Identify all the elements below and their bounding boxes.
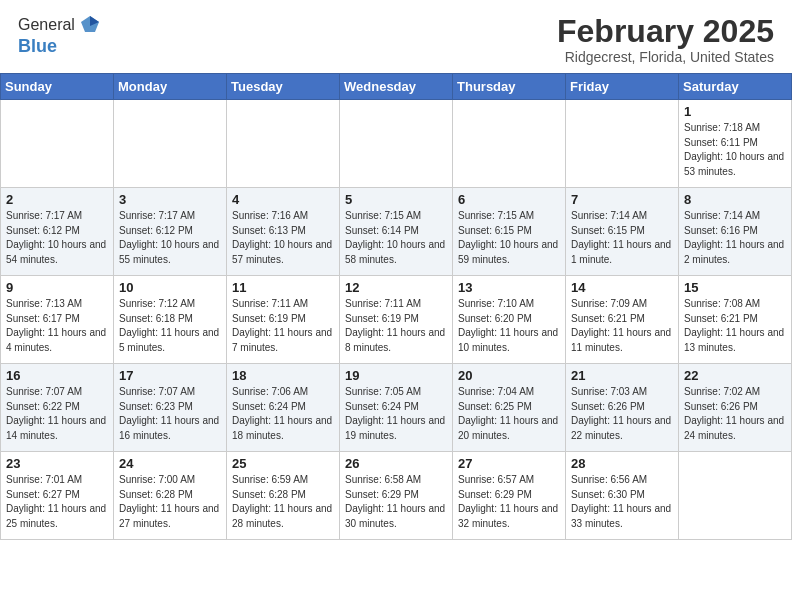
calendar-cell: 26Sunrise: 6:58 AM Sunset: 6:29 PM Dayli…: [340, 452, 453, 540]
day-number: 8: [684, 192, 786, 207]
day-info: Sunrise: 7:07 AM Sunset: 6:23 PM Dayligh…: [119, 385, 221, 443]
calendar-cell: 1Sunrise: 7:18 AM Sunset: 6:11 PM Daylig…: [679, 100, 792, 188]
day-number: 19: [345, 368, 447, 383]
day-info: Sunrise: 7:01 AM Sunset: 6:27 PM Dayligh…: [6, 473, 108, 531]
title-block: February 2025 Ridgecrest, Florida, Unite…: [557, 14, 774, 65]
day-info: Sunrise: 6:56 AM Sunset: 6:30 PM Dayligh…: [571, 473, 673, 531]
day-info: Sunrise: 7:11 AM Sunset: 6:19 PM Dayligh…: [232, 297, 334, 355]
month-title: February 2025: [557, 14, 774, 49]
day-info: Sunrise: 7:02 AM Sunset: 6:26 PM Dayligh…: [684, 385, 786, 443]
day-info: Sunrise: 7:17 AM Sunset: 6:12 PM Dayligh…: [119, 209, 221, 267]
day-info: Sunrise: 7:04 AM Sunset: 6:25 PM Dayligh…: [458, 385, 560, 443]
calendar-cell: [114, 100, 227, 188]
day-number: 17: [119, 368, 221, 383]
day-number: 20: [458, 368, 560, 383]
day-number: 10: [119, 280, 221, 295]
location: Ridgecrest, Florida, United States: [557, 49, 774, 65]
day-number: 3: [119, 192, 221, 207]
calendar-cell: 13Sunrise: 7:10 AM Sunset: 6:20 PM Dayli…: [453, 276, 566, 364]
day-info: Sunrise: 7:10 AM Sunset: 6:20 PM Dayligh…: [458, 297, 560, 355]
logo-flag-icon: [79, 14, 101, 36]
day-info: Sunrise: 6:57 AM Sunset: 6:29 PM Dayligh…: [458, 473, 560, 531]
calendar-week-row: 2Sunrise: 7:17 AM Sunset: 6:12 PM Daylig…: [1, 188, 792, 276]
day-number: 24: [119, 456, 221, 471]
calendar-week-row: 23Sunrise: 7:01 AM Sunset: 6:27 PM Dayli…: [1, 452, 792, 540]
calendar-table: Sunday Monday Tuesday Wednesday Thursday…: [0, 73, 792, 540]
header-friday: Friday: [566, 74, 679, 100]
calendar-cell: 24Sunrise: 7:00 AM Sunset: 6:28 PM Dayli…: [114, 452, 227, 540]
day-number: 5: [345, 192, 447, 207]
day-info: Sunrise: 7:12 AM Sunset: 6:18 PM Dayligh…: [119, 297, 221, 355]
calendar-cell: [679, 452, 792, 540]
calendar-cell: 14Sunrise: 7:09 AM Sunset: 6:21 PM Dayli…: [566, 276, 679, 364]
calendar-cell: 7Sunrise: 7:14 AM Sunset: 6:15 PM Daylig…: [566, 188, 679, 276]
day-number: 2: [6, 192, 108, 207]
header-tuesday: Tuesday: [227, 74, 340, 100]
calendar-cell: 6Sunrise: 7:15 AM Sunset: 6:15 PM Daylig…: [453, 188, 566, 276]
day-number: 4: [232, 192, 334, 207]
day-info: Sunrise: 7:09 AM Sunset: 6:21 PM Dayligh…: [571, 297, 673, 355]
calendar-cell: [340, 100, 453, 188]
header-monday: Monday: [114, 74, 227, 100]
day-number: 16: [6, 368, 108, 383]
logo: General Blue: [18, 14, 101, 57]
calendar-cell: 18Sunrise: 7:06 AM Sunset: 6:24 PM Dayli…: [227, 364, 340, 452]
day-number: 27: [458, 456, 560, 471]
calendar-cell: 2Sunrise: 7:17 AM Sunset: 6:12 PM Daylig…: [1, 188, 114, 276]
day-number: 11: [232, 280, 334, 295]
day-info: Sunrise: 7:15 AM Sunset: 6:14 PM Dayligh…: [345, 209, 447, 267]
day-info: Sunrise: 7:03 AM Sunset: 6:26 PM Dayligh…: [571, 385, 673, 443]
day-info: Sunrise: 6:59 AM Sunset: 6:28 PM Dayligh…: [232, 473, 334, 531]
calendar-body: 1Sunrise: 7:18 AM Sunset: 6:11 PM Daylig…: [1, 100, 792, 540]
day-number: 13: [458, 280, 560, 295]
calendar-week-row: 9Sunrise: 7:13 AM Sunset: 6:17 PM Daylig…: [1, 276, 792, 364]
day-number: 14: [571, 280, 673, 295]
day-info: Sunrise: 7:13 AM Sunset: 6:17 PM Dayligh…: [6, 297, 108, 355]
calendar-cell: 3Sunrise: 7:17 AM Sunset: 6:12 PM Daylig…: [114, 188, 227, 276]
calendar-cell: 28Sunrise: 6:56 AM Sunset: 6:30 PM Dayli…: [566, 452, 679, 540]
day-number: 15: [684, 280, 786, 295]
calendar-cell: 16Sunrise: 7:07 AM Sunset: 6:22 PM Dayli…: [1, 364, 114, 452]
header-sunday: Sunday: [1, 74, 114, 100]
calendar-cell: 23Sunrise: 7:01 AM Sunset: 6:27 PM Dayli…: [1, 452, 114, 540]
day-number: 7: [571, 192, 673, 207]
day-info: Sunrise: 7:18 AM Sunset: 6:11 PM Dayligh…: [684, 121, 786, 179]
calendar-cell: 4Sunrise: 7:16 AM Sunset: 6:13 PM Daylig…: [227, 188, 340, 276]
day-number: 18: [232, 368, 334, 383]
calendar-cell: 15Sunrise: 7:08 AM Sunset: 6:21 PM Dayli…: [679, 276, 792, 364]
page: General Blue February 2025 Ridgecrest, F…: [0, 0, 792, 612]
calendar-cell: 25Sunrise: 6:59 AM Sunset: 6:28 PM Dayli…: [227, 452, 340, 540]
calendar-cell: 22Sunrise: 7:02 AM Sunset: 6:26 PM Dayli…: [679, 364, 792, 452]
calendar-cell: 10Sunrise: 7:12 AM Sunset: 6:18 PM Dayli…: [114, 276, 227, 364]
header: General Blue February 2025 Ridgecrest, F…: [0, 0, 792, 73]
calendar-cell: [453, 100, 566, 188]
day-info: Sunrise: 7:16 AM Sunset: 6:13 PM Dayligh…: [232, 209, 334, 267]
day-number: 9: [6, 280, 108, 295]
logo-blue-text: Blue: [18, 36, 57, 56]
day-info: Sunrise: 7:14 AM Sunset: 6:16 PM Dayligh…: [684, 209, 786, 267]
calendar-cell: 9Sunrise: 7:13 AM Sunset: 6:17 PM Daylig…: [1, 276, 114, 364]
header-saturday: Saturday: [679, 74, 792, 100]
day-number: 22: [684, 368, 786, 383]
calendar-cell: 11Sunrise: 7:11 AM Sunset: 6:19 PM Dayli…: [227, 276, 340, 364]
calendar-week-row: 1Sunrise: 7:18 AM Sunset: 6:11 PM Daylig…: [1, 100, 792, 188]
logo-general-text: General: [18, 16, 75, 34]
day-number: 28: [571, 456, 673, 471]
calendar-cell: [1, 100, 114, 188]
header-wednesday: Wednesday: [340, 74, 453, 100]
day-info: Sunrise: 7:00 AM Sunset: 6:28 PM Dayligh…: [119, 473, 221, 531]
calendar-cell: 5Sunrise: 7:15 AM Sunset: 6:14 PM Daylig…: [340, 188, 453, 276]
day-number: 25: [232, 456, 334, 471]
calendar-cell: [566, 100, 679, 188]
day-number: 12: [345, 280, 447, 295]
day-info: Sunrise: 7:17 AM Sunset: 6:12 PM Dayligh…: [6, 209, 108, 267]
day-info: Sunrise: 7:07 AM Sunset: 6:22 PM Dayligh…: [6, 385, 108, 443]
day-info: Sunrise: 7:08 AM Sunset: 6:21 PM Dayligh…: [684, 297, 786, 355]
calendar-cell: [227, 100, 340, 188]
day-number: 26: [345, 456, 447, 471]
calendar-cell: 20Sunrise: 7:04 AM Sunset: 6:25 PM Dayli…: [453, 364, 566, 452]
weekday-header-row: Sunday Monday Tuesday Wednesday Thursday…: [1, 74, 792, 100]
day-info: Sunrise: 7:11 AM Sunset: 6:19 PM Dayligh…: [345, 297, 447, 355]
day-info: Sunrise: 7:05 AM Sunset: 6:24 PM Dayligh…: [345, 385, 447, 443]
calendar-cell: 12Sunrise: 7:11 AM Sunset: 6:19 PM Dayli…: [340, 276, 453, 364]
